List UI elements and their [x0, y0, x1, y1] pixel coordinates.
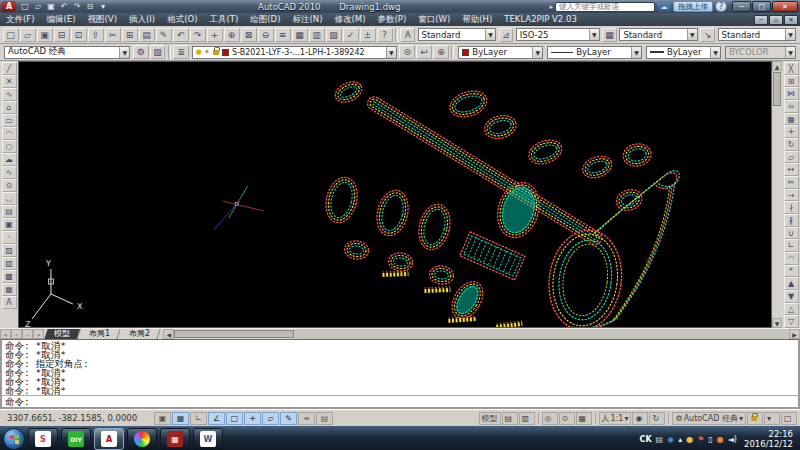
status-menu-button[interactable]: ▾	[764, 412, 780, 425]
cut-icon[interactable]: ✂	[105, 28, 121, 42]
qat-menu-icon[interactable]: ▾	[97, 1, 109, 12]
layer-properties-icon[interactable]: ≣	[173, 45, 189, 59]
layer-previous-icon[interactable]: ↩	[416, 45, 432, 59]
sheet-set-icon[interactable]: ▧	[326, 28, 342, 42]
markup-icon[interactable]: ✓	[343, 28, 359, 42]
orange-badge-icon[interactable]: ●	[717, 435, 724, 444]
model-space-button[interactable]: 模型	[479, 412, 501, 425]
doc-minimize-button[interactable]: ─	[754, 15, 768, 25]
line-icon[interactable]: ╱	[2, 62, 17, 75]
annotation-scale-button[interactable]: 人 1:1 ▾	[599, 412, 632, 425]
scroll-left-icon[interactable]: ◀	[163, 329, 174, 339]
send-to-back-icon[interactable]: ▼	[784, 290, 799, 303]
table-style-icon[interactable]: ▦	[602, 28, 617, 42]
save-icon[interactable]: ▣	[45, 1, 57, 12]
break-icon[interactable]: ∦	[784, 214, 799, 227]
grid-toggle[interactable]: ▦	[172, 412, 189, 425]
redo-icon[interactable]: ↷	[190, 28, 206, 42]
workspace-dropdown[interactable]: AutoCAD 经典▼	[4, 46, 130, 59]
menu-item[interactable]: 窗口(W)	[412, 13, 456, 26]
scrollbar-thumb[interactable]	[773, 72, 781, 106]
color-dropdown[interactable]: ByLayer▼	[458, 46, 543, 59]
ime-indicator[interactable]: CK	[640, 435, 652, 444]
chevron-down-icon[interactable]: ▼	[532, 47, 542, 58]
lwt-toggle[interactable]: ≡	[298, 412, 315, 425]
scroll-up-icon[interactable]: ▲	[772, 61, 782, 71]
new-file-icon[interactable]: □	[3, 28, 19, 42]
bring-to-front-icon[interactable]: ▲	[784, 277, 799, 290]
communication-center-icon[interactable]: ☁	[657, 2, 671, 12]
mleader-style-icon[interactable]: ↘	[700, 28, 715, 42]
copy-icon[interactable]: ⊞	[784, 75, 799, 88]
scrollbar-thumb[interactable]	[174, 330, 294, 338]
point-icon[interactable]: ·	[2, 231, 17, 244]
designcenter-icon[interactable]: ▦	[292, 28, 308, 42]
scroll-down-icon[interactable]: ▼	[772, 318, 782, 328]
workspace-settings-icon[interactable]: ⚙	[133, 45, 149, 59]
minimize-button[interactable]: ─	[732, 1, 751, 12]
drag-upload-button[interactable]: 拖拽上传	[673, 1, 713, 12]
array-icon[interactable]: ▦	[784, 113, 799, 126]
chevron-down-icon[interactable]: ▼	[386, 47, 396, 58]
rectangle-icon[interactable]: ▭	[2, 114, 17, 127]
menu-item[interactable]: 工具(T)	[203, 13, 244, 26]
tab-next-button[interactable]: ›	[22, 329, 33, 339]
text-style-dropdown[interactable]: Standard▼	[418, 28, 496, 41]
revision-cloud-icon[interactable]: ☁	[2, 153, 17, 166]
break-at-point-icon[interactable]: ∤	[784, 201, 799, 214]
open-file-icon[interactable]: ▱	[20, 28, 36, 42]
close-button[interactable]: ✕	[772, 1, 798, 12]
bring-above-icon[interactable]: △	[784, 303, 799, 316]
save-icon[interactable]: ▣	[37, 28, 53, 42]
dim-style-icon[interactable]: ⊿	[499, 28, 514, 42]
ellipse-arc-icon[interactable]: ◡	[2, 192, 17, 205]
plot-preview-icon[interactable]: ⊡	[71, 28, 87, 42]
zoom-previous-icon[interactable]: ⊖	[258, 28, 274, 42]
yellow-badge-icon[interactable]: ●	[686, 435, 693, 444]
spline-icon[interactable]: ∿	[2, 166, 17, 179]
menu-item[interactable]: 编辑(E)	[41, 13, 82, 26]
workspace-switching-button[interactable]: ⚙ AutoCAD 经典 ▾	[672, 412, 746, 425]
help-button[interactable]: ?	[715, 1, 727, 12]
erase-icon[interactable]: ╳	[784, 62, 799, 75]
chevron-down-icon[interactable]: ▼	[710, 47, 720, 58]
chevron-down-icon[interactable]: ▼	[485, 29, 495, 40]
clean-screen-button[interactable]: □	[781, 412, 797, 425]
scroll-right-icon[interactable]: ▶	[789, 329, 800, 339]
layer-dropdown[interactable]: ● ☀ S-B2021-LYF-3-...1-LPH-1-389242 ▼	[192, 46, 397, 59]
menu-item[interactable]: 帮助(H)	[456, 13, 498, 26]
layer-on-bulb-icon[interactable]: ●	[196, 48, 202, 56]
menu-item[interactable]: 文件(F)	[0, 13, 41, 26]
dyn-toggle[interactable]: ✎	[280, 412, 297, 425]
rotate-icon[interactable]: ↻	[784, 138, 799, 151]
quick-view-drawings-button[interactable]: ▥	[519, 412, 535, 425]
zoom-button[interactable]: ⊙	[559, 412, 575, 425]
move-icon[interactable]: +	[784, 125, 799, 138]
menu-item[interactable]: 修改(M)	[328, 13, 371, 26]
plot-icon[interactable]: ⊟	[84, 1, 96, 12]
menu-item[interactable]: 插入(I)	[123, 13, 161, 26]
help-icon[interactable]: ?	[377, 28, 393, 42]
diy-app-button[interactable]: DIY	[61, 428, 91, 450]
table-style-dropdown[interactable]: Standard▼	[619, 28, 697, 41]
pan-icon[interactable]: +	[207, 28, 223, 42]
polar-toggle[interactable]: ∠	[208, 412, 225, 425]
menu-item[interactable]: 视图(V)	[82, 13, 123, 26]
table-icon[interactable]: ▦	[2, 283, 17, 296]
doc-restore-button[interactable]: ▫	[769, 15, 783, 25]
lineweight-dropdown[interactable]: ByLayer▼	[646, 46, 721, 59]
region-icon[interactable]: ▩	[2, 270, 17, 283]
command-window[interactable]: 命令: *取消*命令: *取消*命令: 指定对角点:命令: *取消*命令: *取…	[0, 339, 800, 409]
stretch-icon[interactable]: ↔	[784, 163, 799, 176]
show-hidden-icons-button[interactable]: ▴	[678, 435, 682, 444]
join-icon[interactable]: ∪	[784, 227, 799, 240]
text-style-icon[interactable]: A	[400, 28, 415, 42]
match-properties-icon[interactable]: ✎	[156, 28, 172, 42]
chevron-down-icon[interactable]: ▼	[119, 47, 129, 58]
paste-icon[interactable]: ▤	[139, 28, 155, 42]
action-center-flag-icon[interactable]: ⚑	[697, 435, 704, 444]
pinwheel-app-button[interactable]	[127, 428, 157, 450]
taskbar-clock[interactable]: 22:16 2016/12/12	[744, 429, 793, 449]
make-layer-current-icon[interactable]: ⊜	[399, 45, 415, 59]
extend-icon[interactable]: →	[784, 189, 799, 202]
